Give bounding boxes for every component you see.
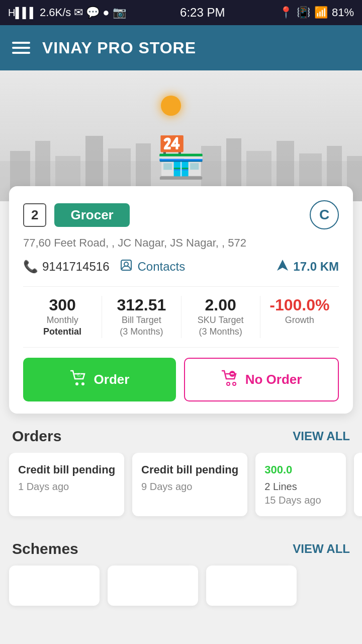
order-card-title-1: Credit bill pending <box>18 463 115 477</box>
message-icon: ✉ <box>74 6 83 19</box>
svg-point-22 <box>233 382 236 385</box>
orders-view-all-button[interactable]: VIEW ALL <box>293 429 350 443</box>
app-title: VINAY PRO STORE <box>42 39 196 57</box>
order-card-3[interactable]: 300.0 2 Lines 15 Days ago <box>255 453 346 517</box>
app-header: VINAY PRO STORE <box>0 25 362 70</box>
order-card-date-2: 9 Days ago <box>141 481 238 493</box>
metric-bill-target: 312.51 Bill Target (3 Months) <box>102 296 181 338</box>
scheme-card-3[interactable] <box>206 566 297 606</box>
metric-growth: -100.0% Growth <box>260 296 339 338</box>
no-order-cart-icon <box>221 369 239 390</box>
distance-item: 17.0 KM <box>276 259 339 275</box>
metric-label-monthly: Monthly Potential <box>23 314 102 338</box>
metrics-row: 300 Monthly Potential 312.51 Bill Target… <box>23 286 339 348</box>
wifi-icon: 📶 <box>314 6 328 19</box>
metric-sku-target: 2.00 SKU Target (3 Months) <box>182 296 260 338</box>
store-address: 77,60 Feet Road, , JC Nagar, JS Nagar, ,… <box>23 235 339 251</box>
order-card-title-2: Credit bill pending <box>141 463 238 477</box>
sun-icon <box>161 96 181 116</box>
metric-monthly-potential: 300 Monthly Potential <box>23 296 102 338</box>
order-card-lines-3: 2 Lines <box>264 481 337 493</box>
chat-icon: 💬 <box>86 6 100 19</box>
order-cart-icon: ✓ <box>70 369 88 390</box>
metric-value-monthly: 300 <box>23 296 102 314</box>
order-card-title-3: 300.0 <box>264 463 337 477</box>
status-bar: H▌▌▌ 2.6K/s ✉ 💬 ● 📷 6:23 PM 📍 📳 📶 81% <box>0 0 362 25</box>
avatar: C <box>310 200 339 229</box>
metric-label-bill: Bill Target (3 Months) <box>102 314 180 338</box>
no-order-button[interactable]: No Order <box>184 358 339 401</box>
status-left: H▌▌▌ 2.6K/s ✉ 💬 ● 📷 <box>8 6 126 19</box>
metric-label-growth: Growth <box>260 314 339 326</box>
speed-indicator: 2.6K/s <box>40 6 71 19</box>
store-card: 2 Grocer C 77,60 Feet Road, , JC Nagar, … <box>9 186 353 414</box>
contacts-label: Contacts <box>137 260 185 274</box>
schemes-scroll-container[interactable] <box>0 566 362 606</box>
orders-title: Orders <box>12 428 61 445</box>
hamburger-menu-button[interactable] <box>12 42 30 54</box>
scheme-card-1[interactable] <box>9 566 100 606</box>
order-card-date-3: 15 Days ago <box>264 495 337 506</box>
scheme-card-2[interactable] <box>108 566 198 606</box>
signal-icon: H▌▌▌ <box>8 7 37 19</box>
metric-value-sku: 2.00 <box>182 296 260 314</box>
schemes-section: Schemes VIEW ALL <box>0 526 362 616</box>
store-id-badge: 2 <box>23 203 46 227</box>
order-button-label: Order <box>94 372 130 387</box>
store-contact-row: 📞 9141714516 Contacts 17.0 KM <box>23 258 339 275</box>
location-icon: 📍 <box>279 6 293 19</box>
svg-marker-16 <box>277 260 288 271</box>
schemes-view-all-button[interactable]: VIEW ALL <box>293 542 350 556</box>
no-order-button-label: No Order <box>245 372 302 387</box>
metric-value-bill: 312.51 <box>102 296 180 314</box>
distance-value: 17.0 KM <box>293 260 339 274</box>
store-type-badge: Grocer <box>54 203 129 227</box>
schemes-section-header: Schemes VIEW ALL <box>0 526 362 566</box>
orders-section-header: Orders VIEW ALL <box>0 414 362 453</box>
order-card-1[interactable]: Credit bill pending 1 Days ago <box>9 453 124 517</box>
contacts-icon <box>119 258 133 275</box>
navigation-icon <box>276 259 289 275</box>
phone-number: 9141714516 <box>42 260 109 274</box>
svg-point-15 <box>124 262 128 266</box>
vibrate-icon: 📳 <box>297 6 310 19</box>
svg-text:✓: ✓ <box>78 373 81 377</box>
order-card-2[interactable]: Credit bill pending 9 Days ago <box>132 453 247 517</box>
metric-label-sku: SKU Target (3 Months) <box>182 314 260 338</box>
svg-point-17 <box>75 382 78 385</box>
status-right: 📍 📳 📶 81% <box>279 6 354 19</box>
action-buttons: ✓ Order No Order <box>23 358 339 401</box>
metric-value-growth: -100.0% <box>260 296 339 314</box>
phone-icon: 📞 <box>23 260 38 274</box>
camera-icon: 📷 <box>113 6 126 19</box>
battery-indicator: 81% <box>332 6 354 19</box>
hero-banner: 🏪 <box>0 70 362 201</box>
order-card-4[interactable]: Stock available 22 Days ago <box>354 453 362 517</box>
order-button[interactable]: ✓ Order <box>23 358 176 401</box>
orders-scroll-container[interactable]: Credit bill pending 1 Days ago Credit bi… <box>0 453 362 527</box>
svg-point-21 <box>227 382 230 385</box>
time-display: 6:23 PM <box>180 6 225 20</box>
whatsapp-icon: ● <box>103 6 109 19</box>
phone-item[interactable]: 📞 9141714516 <box>23 260 109 274</box>
contacts-link[interactable]: Contacts <box>119 258 185 275</box>
svg-point-18 <box>81 382 84 385</box>
schemes-title: Schemes <box>12 540 78 557</box>
order-card-date-1: 1 Days ago <box>18 481 115 493</box>
store-header-row: 2 Grocer C <box>23 200 339 229</box>
store-building-icon: 🏪 <box>156 134 206 181</box>
